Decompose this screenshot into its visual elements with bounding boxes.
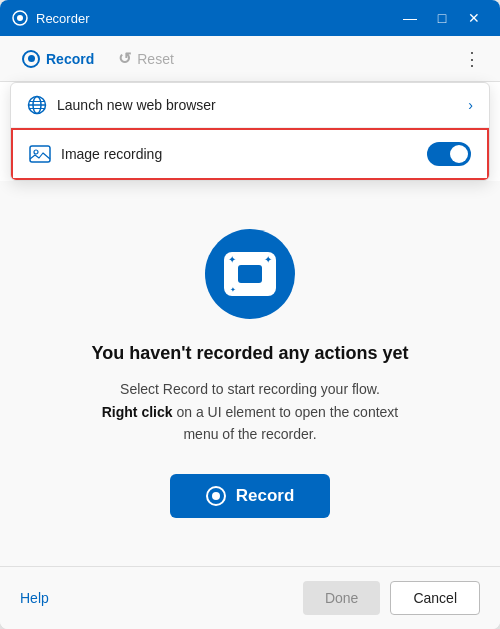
record-button-dot	[212, 492, 220, 500]
image-recording-item[interactable]: Image recording	[11, 128, 489, 180]
window-title: Recorder	[36, 11, 89, 26]
recorder-window: Recorder — □ ✕ Record ↺ Reset ⋮	[0, 0, 500, 629]
toolbar-left: Record ↺ Reset	[12, 43, 184, 74]
main-title: You haven't recorded any actions yet	[91, 343, 408, 364]
record-screen-icon	[238, 265, 262, 283]
launch-browser-label: Launch new web browser	[57, 97, 216, 113]
maximize-button[interactable]: □	[428, 4, 456, 32]
footer-right: Done Cancel	[303, 581, 480, 615]
app-icon	[12, 10, 28, 26]
done-button: Done	[303, 581, 380, 615]
launch-browser-item-left: Launch new web browser	[27, 95, 216, 115]
desc-part1: Select Record to start recording your fl…	[120, 381, 380, 397]
dropdown-container: Launch new web browser › Image recording	[0, 82, 500, 181]
main-content: ✦ ✦ ✦ You haven't recorded any actions y…	[0, 181, 500, 566]
reset-toolbar-button[interactable]: ↺ Reset	[108, 43, 184, 74]
minimize-button[interactable]: —	[396, 4, 424, 32]
record-main-button[interactable]: Record	[170, 474, 331, 518]
launch-browser-item[interactable]: Launch new web browser ›	[11, 83, 489, 128]
close-button[interactable]: ✕	[460, 4, 488, 32]
image-recording-item-left: Image recording	[29, 145, 162, 163]
record-illustration: ✦ ✦ ✦	[205, 229, 295, 319]
svg-point-1	[17, 15, 23, 21]
cancel-button[interactable]: Cancel	[390, 581, 480, 615]
reset-icon: ↺	[118, 49, 131, 68]
record-button-icon	[206, 486, 226, 506]
sparkle-top-right-icon: ✦	[264, 254, 272, 265]
globe-icon	[27, 95, 47, 115]
title-bar-controls: — □ ✕	[396, 4, 488, 32]
sparkle-bottom-icon: ✦	[230, 286, 236, 294]
record-circle-icon	[22, 50, 40, 68]
chevron-right-icon: ›	[468, 97, 473, 113]
image-recording-label: Image recording	[61, 146, 162, 162]
record-toolbar-label: Record	[46, 51, 94, 67]
record-main-button-label: Record	[236, 486, 295, 506]
reset-toolbar-label: Reset	[137, 51, 174, 67]
sparkle-top-left-icon: ✦	[228, 254, 236, 265]
record-toolbar-button[interactable]: Record	[12, 44, 104, 74]
svg-point-8	[34, 150, 38, 154]
help-button[interactable]: Help	[20, 590, 49, 606]
desc-part3: on a UI element to open the context menu…	[173, 404, 399, 442]
title-bar-left: Recorder	[12, 10, 89, 26]
main-description: Select Record to start recording your fl…	[100, 378, 400, 445]
record-inner-box: ✦ ✦ ✦	[224, 252, 276, 296]
more-options-button[interactable]: ⋮	[456, 43, 488, 75]
record-dot-icon	[28, 55, 35, 62]
desc-right-click: Right click	[102, 404, 173, 420]
toolbar: Record ↺ Reset ⋮	[0, 36, 500, 82]
footer: Help Done Cancel	[0, 566, 500, 629]
image-recording-toggle[interactable]	[427, 142, 471, 166]
title-bar: Recorder — □ ✕	[0, 0, 500, 36]
image-icon	[29, 145, 51, 163]
dropdown-menu: Launch new web browser › Image recording	[10, 82, 490, 181]
svg-rect-7	[30, 146, 50, 162]
